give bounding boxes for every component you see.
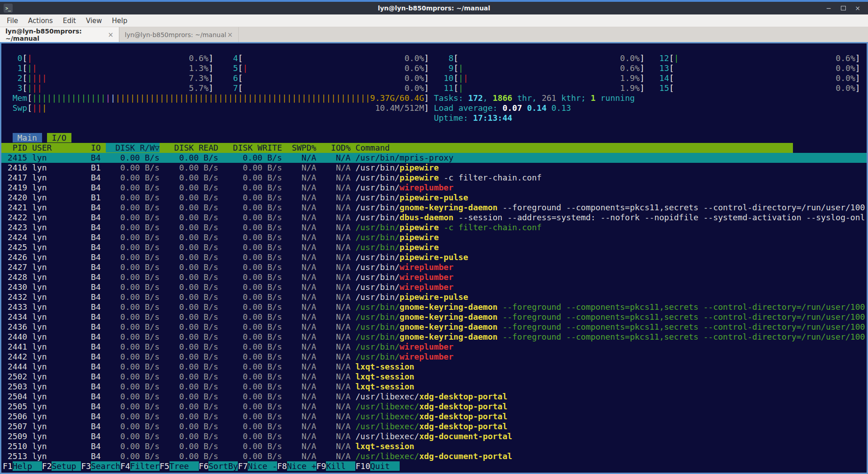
fkey-label-nice-: Nice + [287, 461, 316, 471]
tab-label: lyn@lyn-b850mprors: ~/manual [125, 31, 226, 38]
column-header-iod: IOD% [316, 143, 351, 152]
fkey-f1: F1 [3, 461, 13, 471]
process-row[interactable]: 2436 lyn B4 0.00 B/s 0.00 B/s 0.00 B/s N… [1, 322, 867, 332]
column-header-user: USER [32, 143, 81, 152]
swap-meter-row: Swp[||| 10.4M/512M] Load average: 0.07 0… [1, 103, 867, 113]
fkey-label-quit: Quit [370, 461, 400, 471]
table-header-row: PID USER IO DISK R/W▽ DISK READ DISK WRI… [1, 143, 793, 153]
fkey-f8: F8 [277, 461, 287, 471]
column-header-disk-write: DISK WRITE [218, 143, 282, 152]
menu-file[interactable]: File [2, 17, 23, 25]
process-row[interactable]: 2420 lyn B1 0.00 B/s 0.00 B/s 0.00 B/s N… [1, 193, 867, 203]
tab-close-icon[interactable]: × [108, 31, 113, 39]
fkey-f4: F4 [120, 461, 130, 471]
column-header-pid: PID [3, 143, 32, 152]
fkey-f5: F5 [160, 461, 170, 471]
process-row[interactable]: 2416 lyn B1 0.00 B/s 0.00 B/s 0.00 B/s N… [1, 163, 867, 173]
fkey-f3: F3 [81, 461, 91, 471]
memory-meter-row: Mem[||||||||||||||||||||||||||||||||||||… [1, 93, 867, 103]
process-row[interactable]: 2425 lyn B4 0.00 B/s 0.00 B/s 0.00 B/s N… [1, 242, 867, 252]
fkey-label-setup: Setup [52, 461, 81, 471]
terminal-line [1, 43, 867, 53]
fkey-f7: F7 [238, 461, 248, 471]
process-row[interactable]: 2440 lyn B4 0.00 B/s 0.00 B/s 0.00 B/s N… [1, 332, 867, 342]
process-row[interactable]: 2428 lyn B4 0.00 B/s 0.00 B/s 0.00 B/s N… [1, 272, 867, 282]
menubar: File Actions Edit View Help [0, 14, 868, 27]
process-row[interactable]: 2415 lyn B4 0.00 B/s 0.00 B/s 0.00 B/s N… [1, 153, 867, 163]
fkey-label-tree: Tree [170, 461, 199, 471]
cpu-meter-row: 2[|||| 7.3%] 6[ 0.0%] 10[|| 1.9%] 14[ 0.… [1, 73, 867, 83]
process-row[interactable]: 2434 lyn B4 0.00 B/s 0.00 B/s 0.00 B/s N… [1, 312, 867, 322]
fkey-label-sortby: SortBy [208, 461, 238, 471]
fkey-label-search: Search [91, 461, 120, 471]
fkey-label-nice-: Nice - [248, 461, 277, 471]
column-header-disk-rw-sort: DISK R/W▽ [106, 143, 160, 152]
minimize-button[interactable]: − [823, 4, 835, 13]
window-title: lyn@lyn-b850mprors: ~/manual [0, 5, 868, 12]
screen-tab-io: I/O [47, 133, 71, 142]
uptime-row: Uptime: 17:13:44 [1, 113, 867, 123]
process-row[interactable]: 2444 lyn B4 0.00 B/s 0.00 B/s 0.00 B/s N… [1, 362, 867, 372]
tab-close-icon[interactable]: × [227, 31, 233, 39]
cpu-meter-row: 0[| 0.6%] 4[ 0.0%] 8[ 0.0%] 12[| 0.6%] [1, 53, 867, 63]
process-row[interactable]: 2432 lyn B4 0.00 B/s 0.00 B/s 0.00 B/s N… [1, 292, 867, 302]
process-row[interactable]: 2433 lyn B4 0.00 B/s 0.00 B/s 0.00 B/s N… [1, 302, 867, 312]
column-header-disk-read: DISK READ [160, 143, 218, 152]
fkey-f6: F6 [199, 461, 209, 471]
process-row[interactable]: 2442 lyn B4 0.00 B/s 0.00 B/s 0.00 B/s N… [1, 352, 867, 362]
cpu-meter-row: 1[|| 1.3%] 5[| 0.6%] 9[| 0.6%] 13[ 0.0%] [1, 63, 867, 73]
fkey-label-filter: Filter [130, 461, 160, 471]
screen-tabs-row: Main I/O [1, 133, 867, 143]
fkey-f9: F9 [316, 461, 326, 471]
process-row[interactable]: 2505 lyn B4 0.00 B/s 0.00 B/s 0.00 B/s N… [1, 402, 867, 412]
menu-edit[interactable]: Edit [58, 17, 81, 25]
tab-label: lyn@lyn-b850mprors: ~/manual [5, 28, 108, 42]
screen-tab-main: Main [13, 133, 42, 142]
process-row[interactable]: 2417 lyn B4 0.00 B/s 0.00 B/s 0.00 B/s N… [1, 173, 867, 183]
cpu-meter-row: 3[||| 5.7%] 7[ 0.0%] 11[| 1.9%] 15[ 0.0%… [1, 83, 867, 93]
process-row[interactable]: 2506 lyn B4 0.00 B/s 0.00 B/s 0.00 B/s N… [1, 412, 867, 422]
column-header-swpd: SWPD% [282, 143, 316, 152]
terminal-tab-inactive[interactable]: lyn@lyn-b850mprors: ~/manual × [119, 27, 239, 42]
terminal-line [1, 123, 867, 133]
process-row[interactable]: 2441 lyn B4 0.00 B/s 0.00 B/s 0.00 B/s N… [1, 342, 867, 352]
terminal-tab-active[interactable]: lyn@lyn-b850mprors: ~/manual × [0, 27, 119, 42]
fkey-f2: F2 [42, 461, 52, 471]
process-row[interactable]: 2426 lyn B4 0.00 B/s 0.00 B/s 0.00 B/s N… [1, 252, 867, 262]
process-row[interactable]: 2422 lyn B4 0.00 B/s 0.00 B/s 0.00 B/s N… [1, 213, 867, 223]
column-header-command: Command [350, 143, 390, 152]
process-row[interactable]: 2502 lyn B4 0.00 B/s 0.00 B/s 0.00 B/s N… [1, 372, 867, 382]
menu-help[interactable]: Help [107, 17, 132, 25]
column-header-io: IO [81, 143, 105, 152]
function-key-bar: F1Help F2Setup F3SearchF4FilterF5Tree F6… [1, 461, 867, 471]
maximize-icon [841, 6, 846, 10]
process-row[interactable]: 2504 lyn B4 0.00 B/s 0.00 B/s 0.00 B/s N… [1, 392, 867, 402]
process-row[interactable]: 2423 lyn B4 0.00 B/s 0.00 B/s 0.00 B/s N… [1, 223, 867, 232]
process-row[interactable]: 2427 lyn B4 0.00 B/s 0.00 B/s 0.00 B/s N… [1, 262, 867, 272]
terminal-screen: 0[| 0.6%] 4[ 0.0%] 8[ 0.0%] 12[| 0.6%] 1… [0, 42, 868, 474]
process-row[interactable]: 2510 lyn B4 0.00 B/s 0.00 B/s 0.00 B/s N… [1, 441, 867, 451]
fkey-f10: F10 [355, 461, 370, 471]
titlebar: >_ lyn@lyn-b850mprors: ~/manual − × [0, 2, 868, 14]
close-button[interactable]: × [852, 4, 863, 13]
terminal-tabbar: lyn@lyn-b850mprors: ~/manual × lyn@lyn-b… [0, 27, 868, 43]
fkey-label-help: Help [13, 461, 42, 471]
process-row[interactable]: 2509 lyn B4 0.00 B/s 0.00 B/s 0.00 B/s N… [1, 431, 867, 441]
process-row[interactable]: 2513 lyn B4 0.00 B/s 0.00 B/s 0.00 B/s N… [1, 451, 867, 461]
process-row[interactable]: 2507 lyn B4 0.00 B/s 0.00 B/s 0.00 B/s N… [1, 422, 867, 431]
process-row[interactable]: 2419 lyn B4 0.00 B/s 0.00 B/s 0.00 B/s N… [1, 183, 867, 193]
process-row[interactable]: 2421 lyn B4 0.00 B/s 0.00 B/s 0.00 B/s N… [1, 203, 867, 213]
maximize-button[interactable] [837, 4, 849, 13]
menu-actions[interactable]: Actions [23, 17, 58, 25]
process-row[interactable]: 2424 lyn B4 0.00 B/s 0.00 B/s 0.00 B/s N… [1, 232, 867, 242]
process-row[interactable]: 2430 lyn B4 0.00 B/s 0.00 B/s 0.00 B/s N… [1, 282, 867, 292]
process-row[interactable]: 2503 lyn B4 0.00 B/s 0.00 B/s 0.00 B/s N… [1, 382, 867, 392]
fkey-label-kill: Kill [326, 461, 355, 471]
menu-view[interactable]: View [81, 17, 107, 25]
